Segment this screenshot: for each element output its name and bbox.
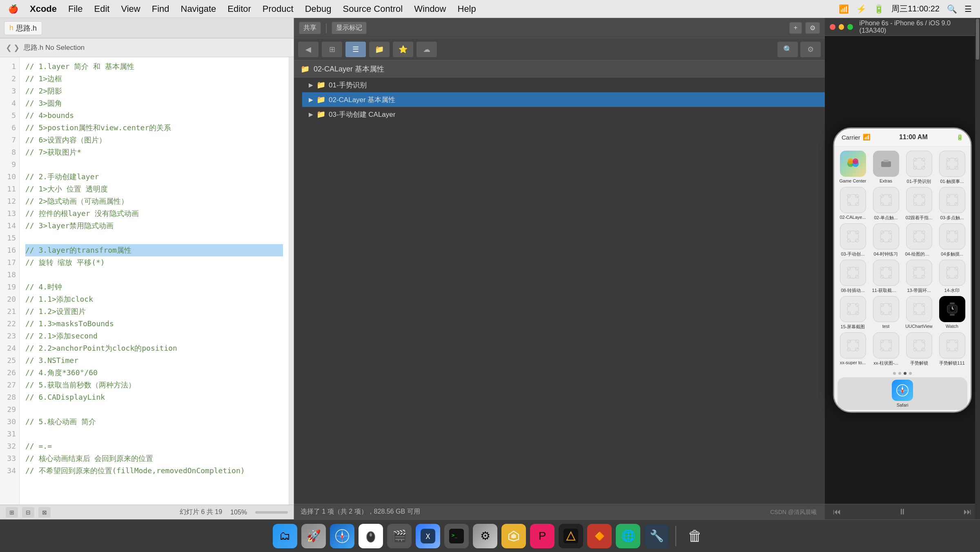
page-dot-4[interactable] [909,372,912,375]
mtb-icon-star[interactable]: ⭐ [393,42,413,57]
toolbar-btn-label[interactable]: 显示标记 [332,22,367,34]
mtb-icon-cloud[interactable]: ☁ [416,42,437,57]
app-gesture-lock[interactable]: 手势解锁 [904,332,934,366]
mtb-icon-settings[interactable]: ⚙ [800,42,821,57]
app-13-ring[interactable]: 13-带圆环... [904,260,934,294]
xcode-editor: h 思路.h ❮ ❯ 思路.h No Selection 1 2 3 4 5 6… [0,18,294,519]
menu-debug[interactable]: Debug [305,4,332,14]
app-xx-bar[interactable]: xx-柱状图-... [871,332,901,366]
app-02-follow[interactable]: 02跟着手指... [904,187,934,221]
file-item-01[interactable]: ▶ 📁 01-手势识别 [302,78,825,92]
editor-scrollbar[interactable] [289,57,294,505]
dock-app-sketch[interactable] [501,524,526,548]
dock-app-sysprefs[interactable]: ⚙ [473,524,497,548]
dock-app-pink[interactable]: P [530,524,555,548]
menu-editor[interactable]: Editor [227,4,251,14]
page-dot-1[interactable] [893,372,896,375]
nav-forward-icon[interactable]: ❯ [13,43,20,52]
mtb-icon-grid[interactable]: ⊞ [322,42,342,57]
app-gesture-lock-111[interactable]: 手势解锁111 [937,332,967,366]
file-item-03[interactable]: ▶ 📁 03-手动创建 CALayer [302,107,825,122]
app-xx-super[interactable]: xx-super to... [837,332,868,366]
app-extras[interactable]: Extras [871,151,901,185]
apple-menu[interactable]: 🍎 [8,4,18,14]
status-icon-2[interactable]: ⊟ [22,507,34,518]
app-08-anim[interactable]: 08-转插动... [837,260,868,294]
status-icon-1[interactable]: ⊞ [6,507,18,518]
sim-ctrl-pause[interactable]: ⏸ [898,507,906,516]
right-scrollbar[interactable] [975,18,980,519]
menu-view[interactable]: View [121,4,140,14]
dock-app-dark[interactable] [559,524,583,548]
toolbar-btn-share[interactable]: 共享 [299,22,321,34]
app-03-multi[interactable]: 03-多点触... [937,187,967,221]
dock-app-launchpad[interactable]: 🚀 [301,524,326,548]
file-arrow-03: ▶ [309,111,313,118]
dock-app-misc2[interactable]: 🌐 [616,524,640,548]
code-area[interactable]: 1 2 3 4 5 6 7 8 9 10 11 12 13 14 15 16 1… [0,57,294,505]
app-01-touch[interactable]: 01-触摸事... [937,151,967,185]
menu-icon[interactable]: ☰ [964,4,972,14]
sim-minimize-button[interactable] [839,24,844,30]
toolbar-btn-add[interactable]: + [789,22,802,34]
sim-ctrl-right[interactable]: ⏭ [964,507,972,516]
page-dot-3[interactable] [904,372,906,375]
mtb-icon-list[interactable]: ☰ [345,42,366,57]
app-04-draw[interactable]: 04-绘图的方式 [904,223,934,257]
app-game-center[interactable]: Game Center [837,151,868,185]
dock-app-misc[interactable]: 🔶 [587,524,612,548]
app-02-single[interactable]: 02-单点触... [871,187,901,221]
zoom-slider[interactable] [255,511,288,514]
page-dot-2[interactable] [898,372,901,375]
app-label-04multitouch: 04多触摸... [941,251,963,257]
dock-app-imovie[interactable]: 🎬 [387,524,412,548]
dock-app-safari[interactable] [330,524,354,548]
app-04-clock[interactable]: 04-时钟练习 [871,223,901,257]
menu-source-control[interactable]: Source Control [343,4,403,14]
dock-app-terminal[interactable]: >_ [444,524,469,548]
app-11-capture[interactable]: 11-获取截到... [871,260,901,294]
nav-back-icon[interactable]: ❮ [6,43,12,52]
sim-close-button[interactable] [830,24,835,30]
menu-window[interactable]: Window [414,4,446,14]
mtb-icon-search[interactable]: 🔍 [777,42,798,57]
sim-maximize-button[interactable] [847,24,853,30]
menu-product[interactable]: Product [263,4,294,14]
app-icon-game-center [840,151,866,177]
code-line-14: // 3>layer禁用隐式动画 [25,220,283,232]
app-14-watermark[interactable]: 14-水印 [937,260,967,294]
app-test[interactable]: test [871,296,901,330]
right-scrollbar-thumb[interactable] [976,19,979,60]
code-content[interactable]: // 1.layer 简介 和 基本属性 // 1>边框 // 2>阴影 // … [20,57,289,505]
resize-handle-middle[interactable] [559,18,562,519]
app-15-screenshot[interactable]: 15-屏幕截图 [837,296,868,330]
dock-app-mouse[interactable] [359,524,383,548]
editor-tab[interactable]: h 思路.h [4,21,42,35]
app-01-gesture[interactable]: 01-手势识别 [904,151,934,185]
menu-edit[interactable]: Edit [94,4,109,14]
file-item-02[interactable]: ▶ 📁 02-CALayer 基本属性 [302,92,825,107]
app-04-multitouch[interactable]: 04多触摸... [937,223,967,257]
status-icon-3[interactable]: ⊠ [38,507,51,518]
iphone-screen[interactable]: Game Center Extras [834,147,971,412]
dock-app-misc3[interactable]: 🔧 [644,524,669,548]
editor-status-bar: ⊞ ⊟ ⊠ 幻灯片 6 共 19 105% [0,505,294,519]
app-watch[interactable]: Watch [937,296,967,330]
dock-app-xcode[interactable]: X [416,524,440,548]
sim-ctrl-left[interactable]: ⏮ [833,507,841,516]
mtb-icon-back[interactable]: ◀ [298,42,318,57]
app-uuchartview[interactable]: UUChartView [904,296,934,330]
mtb-icon-folder[interactable]: 📁 [369,42,390,57]
app-03-manual[interactable]: 03-手动创... [837,223,868,257]
menu-navigate[interactable]: Navigate [181,4,216,14]
search-icon[interactable]: 🔍 [947,4,957,14]
menu-find[interactable]: Find [152,4,169,14]
dock-safari[interactable]: Safari [892,380,913,407]
dock-app-finder[interactable]: 🗂 [273,524,297,548]
toolbar-btn-action[interactable]: ⚙ [805,22,820,34]
app-02-calayer[interactable]: 02-CALaye... [837,187,868,221]
menu-xcode[interactable]: Xcode [30,4,57,14]
menu-file[interactable]: File [68,4,82,14]
dock-app-trash[interactable]: 🗑 [683,524,707,548]
menu-help[interactable]: Help [458,4,476,14]
